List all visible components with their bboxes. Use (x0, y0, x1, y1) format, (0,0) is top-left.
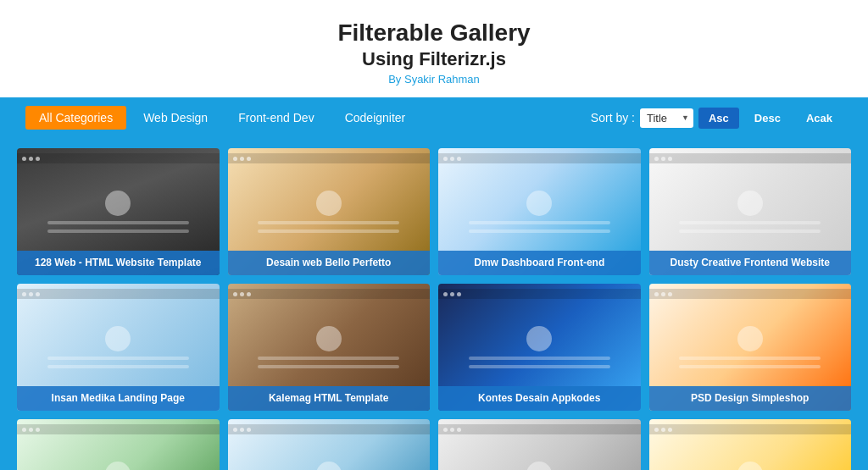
thumb-overlay (17, 419, 220, 470)
thumb-overlay (228, 419, 431, 470)
filter-button-group: All CategoriesWeb DesignFront-end DevCod… (25, 106, 591, 130)
filter-bar: All CategoriesWeb DesignFront-end DevCod… (0, 97, 868, 138)
gallery-item[interactable]: 128 Web - HTML Website Template (17, 148, 220, 275)
gallery-item[interactable]: Healthcare Website Template (228, 419, 431, 470)
thumb-overlay (649, 419, 852, 470)
sort-area: Sort by : Title Date Name AscDescAcak (591, 108, 843, 129)
sort-select[interactable]: Title Date Name (640, 108, 693, 128)
sort-label: Sort by : (591, 111, 635, 124)
gallery-item-caption: Dmw Dashboard Front-end (438, 251, 641, 276)
gallery-item[interactable]: Direct Trading Untuk Petani (17, 419, 220, 470)
gallery-item-caption: Kalemag HTML Template (228, 386, 431, 412)
gallery-item-caption: 128 Web - HTML Website Template (17, 251, 220, 276)
gallery-item[interactable]: Saison Bogues Website (649, 419, 852, 470)
filter-btn-front-end-dev[interactable]: Front-end Dev (225, 106, 327, 130)
thumb-overlay (438, 419, 641, 470)
gallery-item[interactable]: Kalemag HTML Template (228, 284, 431, 411)
gallery-item[interactable]: Berita Desa Website (438, 419, 641, 470)
sort-order-btn-desc[interactable]: Desc (744, 108, 791, 129)
filter-btn-web-design[interactable]: Web Design (130, 106, 221, 130)
gallery-item[interactable]: Kontes Desain Appkodes (438, 284, 641, 411)
gallery-item-caption: Kontes Desain Appkodes (438, 386, 641, 412)
page-title: Filterable Gallery (17, 19, 851, 47)
gallery-item-caption: Dusty Creative Frontend Website (649, 251, 852, 276)
gallery-item-caption: PSD Design Simpleshop (649, 386, 852, 412)
gallery-item[interactable]: Desain web Bello Perfetto (228, 148, 431, 275)
gallery-item[interactable]: Dmw Dashboard Front-end (438, 148, 641, 275)
gallery-item-caption: Desain web Bello Perfetto (228, 251, 431, 276)
gallery-item[interactable]: Dusty Creative Frontend Website (649, 148, 852, 275)
gallery-item[interactable]: PSD Design Simpleshop (649, 284, 852, 411)
sort-order-btn-asc[interactable]: Asc (698, 108, 739, 129)
gallery-container: 128 Web - HTML Website TemplateDesain we… (0, 138, 868, 470)
gallery-item-caption: Insan Medika Landing Page (17, 386, 220, 412)
gallery-grid: 128 Web - HTML Website TemplateDesain we… (17, 148, 851, 470)
sort-order-btn-acak[interactable]: Acak (796, 108, 843, 129)
gallery-item[interactable]: Insan Medika Landing Page (17, 284, 220, 411)
filter-btn-codeigniter[interactable]: Codeigniter (331, 106, 420, 130)
filter-btn-all-categories[interactable]: All Categories (25, 106, 126, 130)
page-subtitle: Using Filterizr.js (17, 47, 851, 72)
page-author: By Syakir Rahman (17, 73, 851, 86)
sort-select-wrapper: Title Date Name (640, 108, 693, 128)
page-header: Filterable Gallery Using Filterizr.js By… (0, 0, 868, 97)
